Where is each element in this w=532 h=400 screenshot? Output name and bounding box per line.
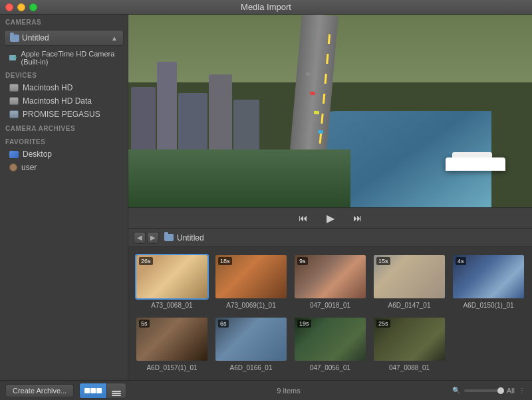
dropdown-arrow-icon: ▲ <box>111 35 118 42</box>
zoom-out-button[interactable]: 🔍 <box>451 387 462 394</box>
camera-icon <box>9 54 17 61</box>
filmstrip-icon <box>84 388 102 393</box>
facetime-label: Apple FaceTime HD Camera (Built-in) <box>21 50 122 66</box>
filmstrip-nav: ◀ ▶ <box>134 232 159 244</box>
thumb-wrapper-6: 5s <box>135 316 209 362</box>
content-area: ⏮ ▶ ⏭ ◀ ▶ Untitled 26sA73_00 <box>128 15 532 380</box>
thumbnail-grid: 26sA73_0068_0118sA73_0069(1)_019s047_001… <box>128 247 532 380</box>
thumb-wrapper-1: 26s <box>135 254 209 300</box>
sidebar-item-macintosh-hd[interactable]: Macintosh HD <box>0 81 128 94</box>
thumb-duration-5: 4s <box>456 257 466 265</box>
sidebar: CAMERAS Untitled ▲ Apple FaceTime HD Cam… <box>0 15 128 380</box>
prev-button[interactable]: ⏮ <box>295 211 312 225</box>
sidebar-item-untitled[interactable]: Untitled ▲ <box>4 30 124 46</box>
thumb-wrapper-4: 15s <box>372 254 446 300</box>
window-controls <box>5 3 37 11</box>
zoom-menu-button[interactable]: ⋮ <box>517 387 527 394</box>
thumb-label-7: A6D_0166_01 <box>214 364 288 371</box>
thumb-duration-6: 5s <box>139 320 150 328</box>
play-button[interactable]: ▶ <box>323 210 338 227</box>
thumb-wrapper-3: 9s <box>293 254 367 300</box>
thumb-label-1: A73_0068_01 <box>135 302 209 309</box>
thumb-label-5: A6D_0150(1)_01 <box>452 302 525 309</box>
maximize-button[interactable] <box>29 3 37 11</box>
untitled-label: Untitled <box>22 33 49 43</box>
user-icon <box>9 163 17 171</box>
desktop-icon <box>9 151 19 158</box>
sidebar-item-desktop[interactable]: Desktop <box>0 148 128 161</box>
thumb-item-6[interactable]: 5sA6D_0157(1)_01 <box>135 316 209 373</box>
main-layout: CAMERAS Untitled ▲ Apple FaceTime HD Cam… <box>0 15 532 380</box>
thumb-item-5[interactable]: 4sA6D_0150(1)_01 <box>452 254 525 311</box>
create-archive-button[interactable]: Create Archive... <box>5 384 74 397</box>
video-preview <box>128 15 532 207</box>
hdd-icon <box>9 84 19 92</box>
titlebar: Media Import <box>0 0 532 15</box>
cameras-section-header: CAMERAS <box>0 15 128 28</box>
minimize-button[interactable] <box>17 3 25 11</box>
thumb-item-4[interactable]: 15sA6D_0147_01 <box>372 254 446 311</box>
list-icon <box>112 391 121 396</box>
nav-forward-button[interactable]: ▶ <box>147 232 159 244</box>
filmstrip-title-label: Untitled <box>177 233 204 243</box>
thumb-duration-9: 25s <box>376 320 390 328</box>
hdd-icon-2 <box>9 97 19 105</box>
thumb-duration-7: 6s <box>218 320 229 328</box>
thumb-item-3[interactable]: 9s047_0018_01 <box>293 254 367 311</box>
thumb-item-8[interactable]: 19s047_0056_01 <box>293 316 367 373</box>
sidebar-item-promise-pegasus[interactable]: PROMISE PEGASUS <box>0 108 128 121</box>
nav-back-button[interactable]: ◀ <box>134 232 146 244</box>
sidebar-item-facetime[interactable]: Apple FaceTime HD Camera (Built-in) <box>0 48 128 68</box>
items-count: 9 items <box>132 387 445 395</box>
thumb-wrapper-5: 4s <box>452 254 525 300</box>
thumb-label-6: A6D_0157(1)_01 <box>135 364 209 371</box>
hdd-icon-3 <box>9 110 19 118</box>
thumb-duration-3: 9s <box>297 257 308 265</box>
filmstrip-view-button[interactable] <box>80 383 107 398</box>
thumb-item-9[interactable]: 25s047_0088_01 <box>372 316 446 373</box>
view-toggle <box>79 383 126 399</box>
close-button[interactable] <box>5 3 13 11</box>
macintosh-hd-label: Macintosh HD <box>23 83 72 92</box>
thumb-wrapper-7: 6s <box>214 316 288 362</box>
thumb-item-7[interactable]: 6sA6D_0166_01 <box>214 316 288 373</box>
thumb-duration-1: 26s <box>139 257 153 265</box>
thumb-item-2[interactable]: 18sA73_0069(1)_01 <box>214 254 288 311</box>
thumb-duration-8: 19s <box>297 320 311 328</box>
thumb-item-1[interactable]: 26sA73_0068_01 <box>135 254 209 311</box>
zoom-slider[interactable] <box>464 389 504 392</box>
favorites-section-header: FAVORITES <box>0 134 128 148</box>
list-view-button[interactable] <box>107 383 126 398</box>
promise-pegasus-label: PROMISE PEGASUS <box>23 110 100 119</box>
sidebar-item-user[interactable]: user <box>0 161 128 174</box>
thumb-wrapper-2: 18s <box>214 254 288 300</box>
window-title: Media Import <box>241 2 291 12</box>
playback-controls: ⏮ ▶ ⏭ <box>128 207 532 229</box>
thumb-duration-4: 15s <box>376 257 390 265</box>
thumb-wrapper-8: 19s <box>293 316 367 362</box>
camera-archives-section-header: CAMERA ARCHIVES <box>0 121 128 134</box>
user-label: user <box>21 163 37 172</box>
bottom-bar: Create Archive... 9 items 🔍 All ⋮ <box>0 380 532 400</box>
zoom-level-label: All <box>507 387 515 395</box>
thumb-duration-2: 18s <box>218 257 232 265</box>
thumb-label-8: 047_0056_01 <box>293 364 367 371</box>
sidebar-item-macintosh-hd-data[interactable]: Macintosh HD Data <box>0 94 128 108</box>
thumb-label-2: A73_0069(1)_01 <box>214 302 288 309</box>
thumb-label-4: A6D_0147_01 <box>372 302 446 309</box>
thumb-label-9: 047_0088_01 <box>372 364 446 371</box>
macintosh-hd-data-label: Macintosh HD Data <box>23 96 92 106</box>
thumb-wrapper-9: 25s <box>372 316 446 362</box>
filmstrip-title: Untitled <box>164 233 204 243</box>
filmstrip-folder-icon <box>164 234 174 241</box>
devices-section-header: DEVICES <box>0 68 128 81</box>
zoom-area: 🔍 All ⋮ <box>451 387 527 395</box>
filmstrip-section: ◀ ▶ Untitled 26sA73_0068_0118sA73_0069(1… <box>128 229 532 380</box>
filmstrip-header: ◀ ▶ Untitled <box>128 229 532 247</box>
desktop-label: Desktop <box>23 150 52 159</box>
thumb-label-3: 047_0018_01 <box>293 302 367 309</box>
next-button[interactable]: ⏭ <box>349 211 366 225</box>
folder-icon <box>10 35 19 42</box>
